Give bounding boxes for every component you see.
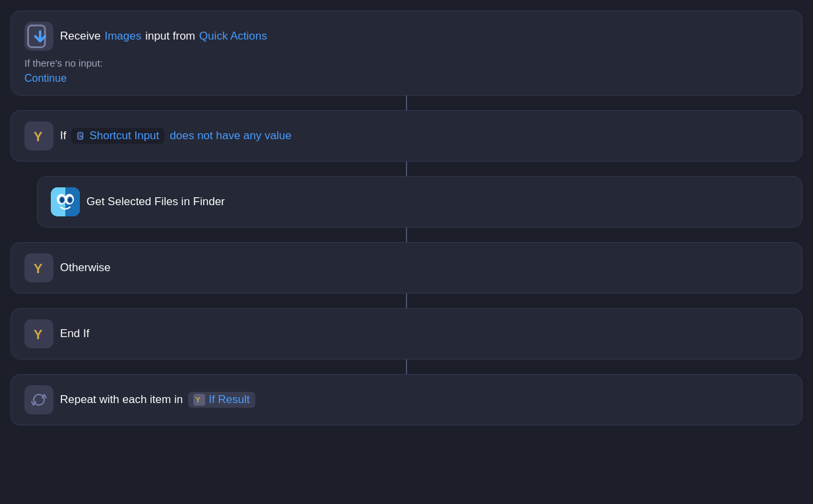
if-result-label[interactable]: If Result xyxy=(209,393,249,406)
connector-3 xyxy=(406,228,407,242)
shortcut-input-tag[interactable]: Shortcut Input xyxy=(71,128,164,144)
svg-text:Y: Y xyxy=(34,327,43,342)
if-icon-box: Y xyxy=(24,121,53,150)
connector-5 xyxy=(406,360,407,374)
shortcut-input-label[interactable]: Shortcut Input xyxy=(89,129,159,142)
shortcut-input-icon xyxy=(77,131,86,141)
get-files-label: Get Selected Files in Finder xyxy=(86,195,225,208)
end-if-card: Y End If xyxy=(11,308,802,360)
connector-2 xyxy=(406,162,407,176)
end-if-icon-box: Y xyxy=(24,319,53,348)
svg-point-13 xyxy=(69,199,71,202)
if-card: Y If Shortcut Input does not have any va… xyxy=(11,110,802,162)
continue-button[interactable]: Continue xyxy=(24,73,67,84)
svg-text:Y: Y xyxy=(34,129,43,144)
connector-1 xyxy=(406,96,407,110)
receive-card: Receive Images input from Quick Actions … xyxy=(11,11,802,96)
if-text: If Shortcut Input does not have any valu… xyxy=(60,128,292,144)
if-label: If xyxy=(60,129,66,142)
input-from-label: input from xyxy=(145,30,195,43)
otherwise-card: Y Otherwise xyxy=(11,242,802,294)
y-small-icon: Y xyxy=(195,395,204,404)
finder-icon-bg xyxy=(51,187,80,216)
quick-actions-label[interactable]: Quick Actions xyxy=(199,30,267,43)
finder-icon-box xyxy=(51,187,80,216)
condition-label[interactable]: does not have any value xyxy=(170,129,291,142)
if-result-tag-icon: Y xyxy=(193,394,205,406)
repeat-text: Repeat with each item in Y If Result xyxy=(60,392,255,408)
get-files-card: Get Selected Files in Finder xyxy=(37,176,802,228)
repeat-icon-box xyxy=(24,385,53,414)
connector-4 xyxy=(406,294,407,308)
if-result-tag[interactable]: Y If Result xyxy=(188,392,255,408)
shortcuts-y-otherwise-icon: Y xyxy=(31,260,47,276)
otherwise-label: Otherwise xyxy=(60,261,111,274)
images-label[interactable]: Images xyxy=(104,30,141,43)
repeat-prefix: Repeat with each item in xyxy=(60,393,183,406)
repeat-icon xyxy=(31,392,47,408)
indented-wrapper: Get Selected Files in Finder xyxy=(11,176,802,228)
receive-label: Receive xyxy=(60,30,100,43)
receive-icon-box xyxy=(24,22,53,51)
otherwise-icon-box: Y xyxy=(24,253,53,282)
shortcuts-y-end-if-icon: Y xyxy=(31,326,47,342)
receive-icon xyxy=(24,22,53,51)
svg-text:Y: Y xyxy=(34,261,43,276)
repeat-card: Repeat with each item in Y If Result xyxy=(11,374,802,425)
svg-point-12 xyxy=(61,199,63,202)
finder-face-svg xyxy=(51,187,80,216)
no-input-label: If there's no input: xyxy=(24,57,789,69)
receive-text: Receive Images input from Quick Actions xyxy=(60,30,267,43)
svg-text:Y: Y xyxy=(196,396,201,404)
end-if-label: End If xyxy=(60,327,89,340)
shortcuts-y-if-icon: Y xyxy=(31,128,47,144)
